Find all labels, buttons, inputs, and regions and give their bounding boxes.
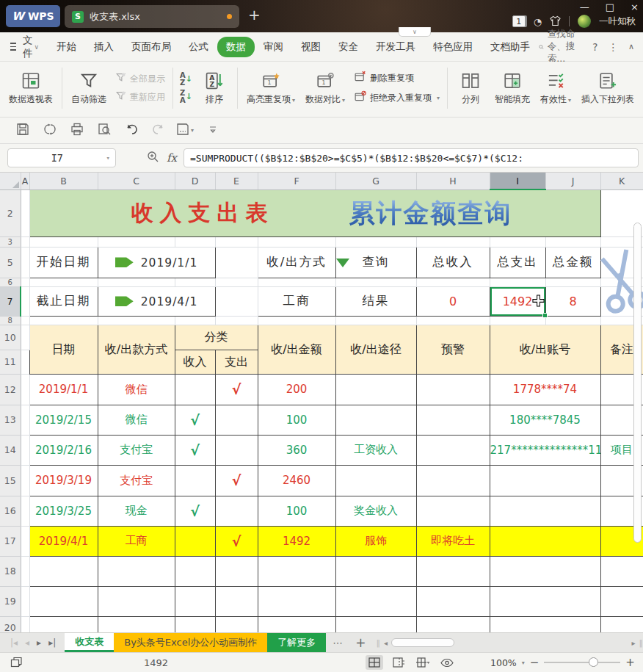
cell-via-13[interactable] (335, 405, 416, 435)
header-via[interactable]: 收/出途径 (335, 325, 416, 374)
column-header-F[interactable]: F (258, 173, 335, 189)
cell[interactable] (490, 278, 545, 286)
cell-date-14[interactable]: 2019/2/16 (29, 435, 98, 465)
zoom-caret-icon[interactable]: ▾ (522, 660, 525, 666)
horizontal-scrollbar-thumb[interactable] (391, 638, 454, 647)
row-header-10[interactable]: 10 (0, 325, 21, 350)
menu-item-开发工具[interactable]: 开发工具 (367, 37, 424, 57)
cell-alert-17[interactable]: 即将吃土 (416, 526, 490, 556)
save-button[interactable] (15, 123, 31, 139)
cell[interactable] (21, 278, 29, 286)
cell-method-17[interactable]: 工商 (98, 526, 175, 556)
menu-file[interactable]: 文件 (23, 34, 33, 60)
format-painter-button[interactable]: ▾ (178, 123, 194, 139)
cell-account-14[interactable]: 217**************11 (490, 435, 600, 465)
column-header-C[interactable]: C (98, 173, 175, 189)
cell[interactable] (545, 236, 600, 247)
cell-account-19[interactable] (490, 586, 600, 616)
cell-via-20[interactable] (335, 616, 416, 632)
cell-date-12[interactable]: 2019/1/1 (29, 374, 98, 405)
cell[interactable] (545, 278, 600, 286)
row-header-7[interactable]: 7 (0, 286, 21, 316)
cell[interactable] (416, 316, 490, 325)
cell-account-18[interactable] (490, 556, 600, 586)
header-method[interactable]: 收/出款方式 (98, 325, 175, 374)
cell-amount-15[interactable]: 2460 (258, 465, 335, 496)
cell-account-17[interactable] (490, 526, 600, 556)
cell-A7[interactable] (21, 286, 29, 316)
ribbon-button-拒绝录入重复项[interactable]: 拒绝录入重复项▾ (354, 90, 440, 105)
cell-income-check-13[interactable]: √ (175, 405, 215, 435)
row-header-hidden[interactable]: 3 (0, 236, 21, 247)
menu-item-特色应用[interactable]: 特色应用 (424, 37, 482, 57)
cell-expense-check-14[interactable] (215, 435, 258, 465)
print-button[interactable] (69, 123, 85, 139)
cell-income-check-18[interactable] (175, 556, 215, 586)
cell[interactable] (335, 278, 416, 286)
row-header-hidden[interactable]: 8 (0, 316, 21, 325)
cell[interactable] (335, 316, 416, 325)
cell[interactable] (258, 278, 335, 286)
ribbon-button-自动筛选[interactable]: 自动筛选 (67, 68, 111, 108)
name-box[interactable]: I7 ▾ (7, 148, 116, 167)
cell-method-20[interactable] (98, 616, 175, 632)
ribbon-button-排序[interactable]: AZ排序 (196, 68, 233, 108)
row-header-2[interactable]: 2 (0, 189, 21, 236)
menu-item-公式[interactable]: 公式 (180, 37, 217, 57)
more-menu-button[interactable]: ⋮ (608, 41, 618, 53)
select-all-corner[interactable] (0, 173, 21, 189)
row-header-15[interactable]: 15 (0, 465, 21, 496)
cell-via-19[interactable] (335, 586, 416, 616)
insert-function-icon[interactable] (147, 151, 159, 165)
row-header-11[interactable]: 11 (0, 350, 21, 374)
cell-via-15[interactable] (335, 465, 416, 496)
menu-item-审阅[interactable]: 审阅 (255, 37, 292, 57)
cell[interactable] (175, 236, 215, 247)
ribbon-button-数据透视表[interactable]: 数据透视表 (4, 68, 57, 108)
cell-A10[interactable] (21, 325, 29, 350)
hscroll-right-arrow[interactable]: ▸ (631, 639, 635, 647)
row-header-5[interactable]: 5 (0, 247, 21, 278)
close-button[interactable]: × (631, 1, 639, 12)
cell-expense-check-18[interactable] (215, 556, 258, 586)
user-avatar[interactable] (578, 15, 591, 28)
cell-B7-end-label[interactable]: 截止日期 (29, 286, 98, 316)
ribbon-button-全部显示[interactable]: 全部显示 (115, 72, 165, 85)
cell-A15[interactable] (21, 465, 29, 496)
cell-A11[interactable] (21, 350, 29, 374)
cell-note-20[interactable] (600, 616, 643, 632)
sheet-tab-By头条号Excel办公小动画制作[interactable]: By头条号Excel办公小动画制作 (114, 633, 267, 652)
ribbon-button-有效性[interactable]: 有效性▾ (536, 68, 575, 108)
cell[interactable] (175, 278, 215, 286)
cell-expense-check-12[interactable]: √ (215, 374, 258, 405)
zoom-out-button[interactable]: − (530, 656, 540, 669)
maximize-button[interactable]: □ (606, 1, 614, 12)
cell-amount-18[interactable] (258, 556, 335, 586)
cell-account-15[interactable] (490, 465, 600, 496)
cell-date-13[interactable]: 2019/2/15 (29, 405, 98, 435)
cell-alert-20[interactable] (416, 616, 490, 632)
help-button[interactable]: ? (592, 41, 597, 53)
cell-alert-12[interactable] (416, 374, 490, 405)
cell[interactable] (215, 278, 258, 286)
cell-A16[interactable] (21, 496, 29, 526)
sheet-tab-收支表[interactable]: 收支表 (65, 633, 114, 652)
ribbon-button-智能填充[interactable]: 智能填充 (490, 68, 534, 108)
cell-A14[interactable] (21, 435, 29, 465)
cell-alert-19[interactable] (416, 586, 490, 616)
zoom-slider[interactable] (544, 662, 620, 663)
cell-via-12[interactable] (335, 374, 416, 405)
column-header-K[interactable]: K (600, 173, 643, 189)
cell-via-18[interactable] (335, 556, 416, 586)
redo-button[interactable] (150, 123, 167, 139)
cell[interactable] (215, 236, 258, 247)
column-header-G[interactable]: G (335, 173, 416, 189)
cell-alert-18[interactable] (416, 556, 490, 586)
cell-expense-check-20[interactable] (215, 616, 258, 632)
cell-method-18[interactable] (98, 556, 175, 586)
cell-expense-check-17[interactable]: √ (215, 526, 258, 556)
cell[interactable] (21, 236, 29, 247)
minimize-button[interactable]: — (580, 1, 589, 12)
cell-expense-check-13[interactable] (215, 405, 258, 435)
cell-income-check-20[interactable] (175, 616, 215, 632)
